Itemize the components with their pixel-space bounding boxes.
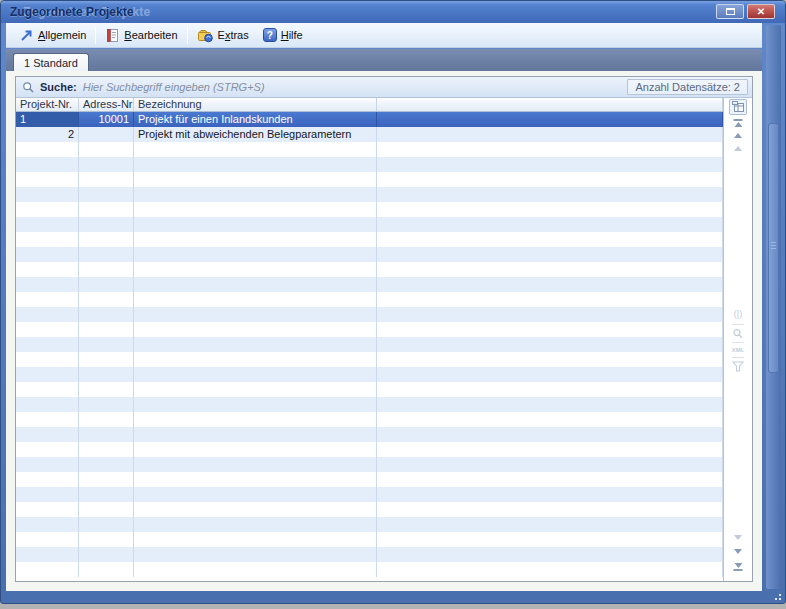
table-cell[interactable] [16,202,79,217]
table-cell[interactable] [79,412,134,427]
table-cell[interactable] [377,382,723,397]
table-cell[interactable] [377,277,723,292]
table-cell[interactable] [16,532,79,547]
table-row[interactable] [16,367,723,382]
table-cell[interactable] [79,142,134,157]
table-cell[interactable]: Projekt für einen Inlandskunden [134,112,377,127]
table-cell[interactable] [377,157,723,172]
table-cell[interactable] [377,367,723,382]
table-cell[interactable] [79,517,134,532]
resize-grip-icon[interactable] [770,591,782,601]
table-cell[interactable] [16,187,79,202]
table-row[interactable] [16,217,723,232]
titlebar[interactable]: Zugeordnete Projekte Zugeordnete Projekt… [1,1,785,23]
table-row[interactable] [16,247,723,262]
table-cell[interactable] [134,292,377,307]
table-cell[interactable] [134,367,377,382]
page-down-icon[interactable] [734,535,742,540]
table-row[interactable] [16,307,723,322]
table-cell[interactable] [134,157,377,172]
table-cell[interactable] [377,172,723,187]
table-row[interactable] [16,397,723,412]
table-row[interactable] [16,442,723,457]
table-cell[interactable] [79,217,134,232]
table-row[interactable] [16,157,723,172]
table-row[interactable] [16,517,723,532]
table-cell[interactable] [79,397,134,412]
table-cell[interactable] [134,172,377,187]
scroll-last-icon[interactable] [734,563,743,571]
search-zoom-icon[interactable] [732,328,744,340]
table-cell[interactable] [79,247,134,262]
table-cell[interactable] [377,262,723,277]
table-cell[interactable] [134,322,377,337]
table-cell[interactable] [16,547,79,562]
search-input[interactable] [83,81,627,93]
menu-extras[interactable]: Extras [190,26,256,45]
table-cell[interactable] [134,427,377,442]
table-row[interactable] [16,142,723,157]
table-cell[interactable] [377,322,723,337]
table-cell[interactable] [377,127,723,142]
table-cell[interactable] [16,307,79,322]
table-cell[interactable]: 1 [16,112,79,127]
table-cell[interactable] [16,502,79,517]
table-cell[interactable] [134,532,377,547]
table-cell[interactable] [16,337,79,352]
table-row[interactable] [16,457,723,472]
table-cell[interactable]: 2 [16,127,79,142]
table-cell[interactable] [377,532,723,547]
table-row[interactable] [16,382,723,397]
table-cell[interactable] [134,307,377,322]
table-cell[interactable] [79,487,134,502]
table-cell[interactable] [79,562,134,577]
table-cell[interactable] [16,142,79,157]
table-row[interactable] [16,232,723,247]
table-cell[interactable] [16,352,79,367]
table-cell[interactable] [377,352,723,367]
table-cell[interactable] [377,337,723,352]
scroll-up-icon[interactable] [734,133,742,138]
header-empty[interactable] [377,98,723,111]
table-cell[interactable] [377,487,723,502]
table-cell[interactable] [134,337,377,352]
table-cell[interactable] [377,217,723,232]
header-projekt-nr[interactable]: Projekt-Nr. [16,98,79,111]
scroll-first-icon[interactable] [734,119,743,127]
table-row[interactable] [16,352,723,367]
search-bar[interactable]: Suche: Anzahl Datensätze: 2 [16,77,752,98]
table-cell[interactable] [79,187,134,202]
table-cell[interactable] [16,382,79,397]
menu-hilfe[interactable]: ? Hilfe [256,26,310,44]
table-cell[interactable] [377,112,723,127]
table-cell[interactable] [79,127,134,142]
table-cell[interactable] [134,382,377,397]
table-cell[interactable] [377,427,723,442]
table-cell[interactable] [79,157,134,172]
table-cell[interactable] [16,397,79,412]
table-cell[interactable] [377,397,723,412]
table-cell[interactable] [79,532,134,547]
table-cell[interactable] [134,247,377,262]
table-cell[interactable] [134,502,377,517]
fit-width-icon[interactable]: (|) [734,310,742,319]
table-row[interactable] [16,172,723,187]
table-cell[interactable] [16,442,79,457]
table-cell[interactable] [134,517,377,532]
table-cell[interactable] [16,562,79,577]
table-row[interactable] [16,337,723,352]
xml-export-icon[interactable]: XML [732,346,745,355]
table-cell[interactable] [16,277,79,292]
table-cell[interactable] [377,457,723,472]
menu-bearbeiten[interactable]: Bearbeiten [98,26,184,45]
table-cell[interactable] [377,142,723,157]
table-cell[interactable] [377,442,723,457]
table-cell[interactable] [79,307,134,322]
table-row[interactable] [16,202,723,217]
table-cell[interactable] [134,142,377,157]
table-cell[interactable] [16,232,79,247]
table-cell[interactable] [377,502,723,517]
table-row[interactable] [16,322,723,337]
table-cell[interactable] [79,292,134,307]
table-row[interactable] [16,502,723,517]
